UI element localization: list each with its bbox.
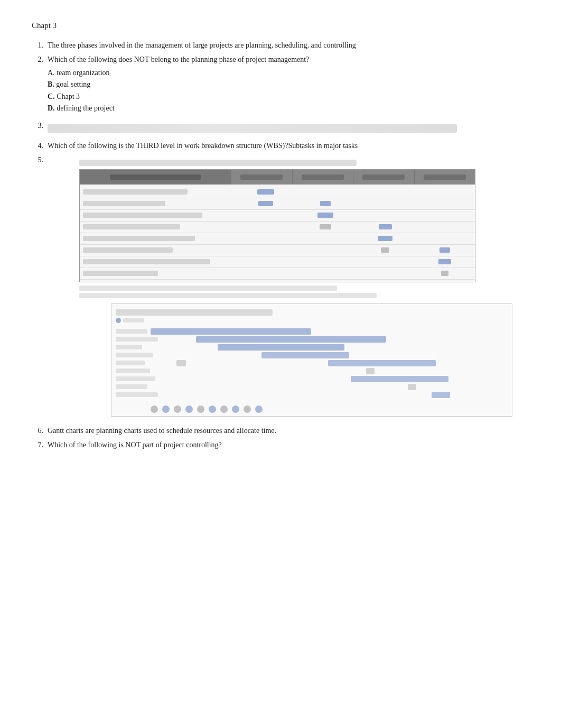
gantt-task <box>80 236 236 241</box>
list-item: 3. <box>32 120 529 137</box>
gantt-row <box>80 210 475 222</box>
gantt-cell <box>295 201 355 206</box>
gantt-body <box>80 185 475 282</box>
gantt-col-2 <box>293 170 353 185</box>
gantt-task <box>80 271 236 276</box>
gantt-cell <box>415 247 475 253</box>
gantt-row <box>80 222 475 233</box>
list-item: 5. <box>32 154 529 422</box>
item-number: 1. <box>32 40 48 51</box>
gantt-task <box>80 247 236 253</box>
chart-bottom-dots <box>116 406 508 413</box>
list-item: 2. Which of the following does NOT belon… <box>32 54 529 117</box>
item-text: The three phases involved in the managem… <box>48 40 529 51</box>
item-text: Which of the following does NOT belong t… <box>48 54 529 117</box>
item-number: 3. <box>32 120 48 137</box>
list-item: 4. Which of the following is the THIRD l… <box>32 140 529 151</box>
gantt-col-1 <box>231 170 292 185</box>
gantt-row <box>80 245 475 256</box>
gantt-cell <box>356 247 415 253</box>
main-list: 1. The three phases involved in the mana… <box>32 40 529 450</box>
option-item: A. team organization <box>48 67 529 79</box>
item-blurred <box>48 120 529 137</box>
chapter-title: Chapt 3 <box>32 21 529 30</box>
gantt-row <box>80 256 475 268</box>
item-text: Which of the following is NOT part of pr… <box>48 439 529 450</box>
option-text: defining the project <box>57 104 115 112</box>
gantt-task <box>80 201 236 206</box>
gantt-task <box>80 259 236 264</box>
chart-legend <box>116 318 508 323</box>
item-number: 6. <box>32 425 48 436</box>
option-item: C. Chapt 3 <box>48 91 529 103</box>
gantt-cell <box>295 224 355 229</box>
option-label: B. <box>48 80 54 88</box>
bar-chart-area <box>111 303 512 417</box>
gantt-row <box>80 187 475 198</box>
gantt-row <box>80 268 475 280</box>
option-item: B. goal setting <box>48 79 529 90</box>
gantt-cell <box>415 271 475 276</box>
gantt-row <box>80 233 475 245</box>
gantt-col-task <box>80 170 231 185</box>
item-text: Which of the following is the THIRD leve… <box>48 140 529 151</box>
option-label: D. <box>48 104 55 112</box>
schedule-chart <box>116 326 508 400</box>
gantt-cell <box>236 201 295 206</box>
gantt-cell <box>356 224 415 229</box>
gantt-header <box>80 170 475 185</box>
item-number: 4. <box>32 140 48 151</box>
list-item: 7. Which of the following is NOT part of… <box>32 439 529 450</box>
gantt-container <box>79 160 475 417</box>
sub-options: A. team organization B. goal setting C. … <box>48 67 529 115</box>
option-label: A. <box>48 69 55 77</box>
chart-header-blur <box>116 309 273 316</box>
gantt-cell <box>295 213 355 218</box>
option-text: Chapt 3 <box>57 93 80 100</box>
gantt-table <box>79 169 475 282</box>
option-label: C. <box>48 93 55 100</box>
item-number: 5. <box>32 154 48 422</box>
gantt-task <box>80 224 236 229</box>
gantt-cell <box>356 236 415 241</box>
option-text: team organization <box>57 69 109 77</box>
gantt-col-3 <box>353 170 414 185</box>
page-container: Chapt 3 1. The three phases involved in … <box>32 21 529 450</box>
item-number: 7. <box>32 439 48 450</box>
gantt-task <box>80 189 236 195</box>
list-item: 1. The three phases involved in the mana… <box>32 40 529 51</box>
gantt-col-4 <box>415 170 475 185</box>
item-text: Gantt charts are planning charts used to… <box>48 425 529 436</box>
option-item: D. defining the project <box>48 103 529 114</box>
gantt-row <box>80 198 475 210</box>
option-text: goal setting <box>56 80 90 88</box>
gantt-cell <box>236 189 295 195</box>
list-item: 6. Gantt charts are planning charts used… <box>32 425 529 436</box>
item-content <box>48 154 529 422</box>
gantt-task <box>80 213 236 218</box>
gantt-cell <box>415 259 475 264</box>
item-number: 2. <box>32 54 48 117</box>
